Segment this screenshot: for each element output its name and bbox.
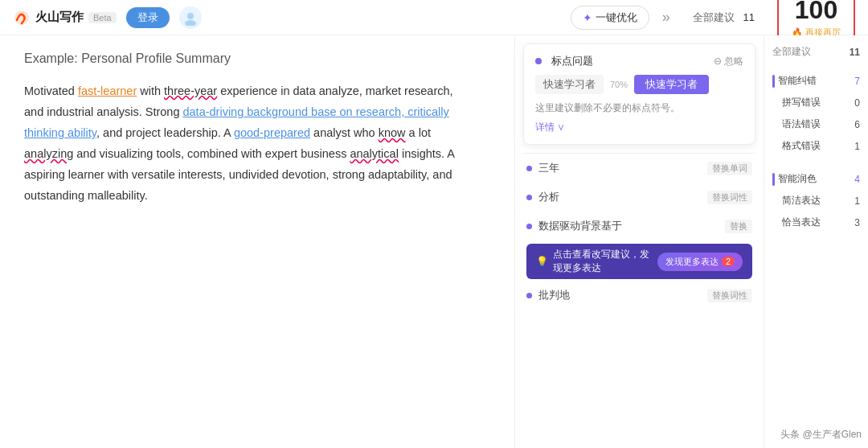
- suggestions-label: 全部建议 11: [693, 10, 755, 25]
- suggestions-count: 11: [743, 11, 755, 23]
- right-bar-polish: [772, 173, 775, 186]
- logo-text: 火山写作: [35, 10, 84, 25]
- format-count: 1: [854, 141, 860, 152]
- right-section-all-title: 全部建议 11: [772, 45, 860, 59]
- discover-button[interactable]: 发现更多表达 2: [657, 253, 743, 271]
- right-section-correction: 智能纠错 7 拼写错误 0 语法错误 6 格式错误 1: [772, 70, 860, 157]
- svg-point-2: [185, 20, 196, 26]
- s-label-4: 批判地: [538, 288, 707, 302]
- suggestion-row-3[interactable]: 数据驱动背景基于 替换: [515, 212, 764, 240]
- right-item-appropriate[interactable]: 恰当表达 3: [772, 212, 860, 233]
- highlighted-word-analyzing[interactable]: analyzing: [24, 147, 73, 160]
- correction-label: 智能纠错: [778, 74, 817, 88]
- more-button[interactable]: »: [659, 9, 674, 26]
- suggestion-row-2[interactable]: 分析 替换词性: [515, 183, 764, 212]
- ignore-icon: ⊖: [714, 55, 722, 67]
- suggestion-row-with-tooltip: 数据驱动背景基于 替换 💡 点击查看改写建议，发现更多表达 发现更多表达 2: [515, 212, 764, 279]
- word-score: 70%: [610, 80, 628, 89]
- card-dot: [535, 58, 542, 64]
- s-label-3: 数据驱动背景基于: [538, 219, 725, 233]
- card-header: 标点问题 ⊖ 忽略: [535, 54, 743, 68]
- appropriate-label: 恰当表达: [782, 216, 821, 229]
- score-number: 100: [792, 0, 841, 25]
- concise-label: 简洁表达: [782, 194, 821, 208]
- right-panel: 全部建议 11 智能纠错 7 拼写错误 0 语法错误 6 格式错误: [764, 35, 868, 448]
- logo-icon: [13, 9, 31, 27]
- editor-area: Example: Personal Profile Summary Motiva…: [0, 35, 514, 448]
- logo-area: 火山写作 Beta: [13, 9, 117, 27]
- right-section-all: 全部建议 11: [772, 45, 860, 59]
- right-item-format[interactable]: 格式错误 1: [772, 135, 860, 157]
- s-dot-1: [526, 166, 532, 171]
- discover-badge: 2: [722, 257, 735, 266]
- svg-point-1: [187, 13, 194, 19]
- right-item-concise[interactable]: 简洁表达 1: [772, 190, 860, 212]
- right-bar-correction: [772, 75, 775, 88]
- tooltip-icon: 💡: [536, 256, 548, 267]
- polish-label: 智能润色: [778, 172, 817, 186]
- s-label-2: 分析: [538, 190, 707, 204]
- header: 火山写作 Beta 登录 ✦ 一键优化 » 全部建议 11 100 🔥 再接再厉: [0, 0, 868, 35]
- card-title: 标点问题: [535, 54, 593, 68]
- highlighted-word-good-prepared[interactable]: good-prepared: [234, 126, 310, 139]
- suggestion-row-4[interactable]: 批判地 替换词性: [515, 281, 764, 310]
- card-detail-button[interactable]: 详情 ∨: [535, 121, 743, 134]
- s-tag-4[interactable]: 替换词性: [707, 289, 752, 302]
- doc-body[interactable]: Motivated fast-learner with three-year e…: [24, 80, 458, 207]
- right-section-polish: 智能润色 4 简洁表达 1 恰当表达 3: [772, 168, 860, 233]
- spelling-label: 拼写错误: [782, 96, 821, 109]
- right-item-grammar[interactable]: 语法错误 6: [772, 113, 860, 135]
- beta-badge: Beta: [88, 12, 117, 23]
- s-dot-3: [526, 224, 532, 229]
- card-description: 这里建议删除不必要的标点符号。: [535, 101, 743, 116]
- correction-count: 7: [854, 76, 860, 87]
- avatar: [179, 6, 202, 29]
- suggestion-card-main: 标点问题 ⊖ 忽略 快速学习者 70% 快速学习者 这里建议删除不必要的标点符号…: [523, 43, 755, 145]
- grammar-count: 6: [854, 119, 860, 130]
- format-label: 格式错误: [782, 139, 821, 153]
- spelling-count: 0: [854, 97, 860, 109]
- appropriate-count: 3: [854, 217, 860, 228]
- middle-panel: 标点问题 ⊖ 忽略 快速学习者 70% 快速学习者 这里建议删除不必要的标点符号…: [514, 35, 764, 448]
- s-dot-4: [526, 293, 532, 298]
- main-area: Example: Personal Profile Summary Motiva…: [0, 35, 868, 448]
- concise-count: 1: [854, 195, 860, 207]
- grammar-label: 语法错误: [782, 117, 821, 131]
- s-tag-3[interactable]: 替换: [725, 220, 752, 233]
- word-suggestion-button[interactable]: 快速学习者: [634, 75, 709, 94]
- optimize-icon: ✦: [583, 11, 592, 24]
- s-tag-2[interactable]: 替换词性: [707, 191, 752, 204]
- right-item-polish-header[interactable]: 智能润色 4: [772, 168, 860, 190]
- suggestion-row-1[interactable]: 三年 替换单词: [515, 154, 764, 183]
- login-button[interactable]: 登录: [126, 7, 170, 28]
- doc-title: Example: Personal Profile Summary: [24, 51, 490, 66]
- highlighted-word-analytical[interactable]: analytical: [350, 147, 398, 160]
- word-row: 快速学习者 70% 快速学习者: [535, 75, 743, 94]
- highlighted-word-three-year[interactable]: three-year: [164, 84, 217, 97]
- optimize-button[interactable]: ✦ 一键优化: [571, 6, 649, 30]
- s-tag-1[interactable]: 替换单词: [707, 162, 752, 175]
- polish-count: 4: [854, 174, 860, 185]
- word-original: 快速学习者: [535, 75, 604, 94]
- inline-tooltip: 💡 点击查看改写建议，发现更多表达 发现更多表达 2: [526, 244, 752, 279]
- card-ignore-button[interactable]: ⊖ 忽略: [714, 55, 743, 68]
- s-dot-2: [526, 195, 532, 200]
- tooltip-text: 点击查看改写建议，发现更多表达: [553, 248, 653, 275]
- s-label-1: 三年: [538, 161, 707, 175]
- watermark: 头条 @生产者Glen: [780, 428, 862, 442]
- highlighted-word-know[interactable]: know: [379, 126, 406, 139]
- highlighted-word-fast-learner[interactable]: fast-learner: [78, 84, 137, 97]
- right-item-correction-header[interactable]: 智能纠错 7: [772, 70, 860, 92]
- optimize-label: 一键优化: [596, 10, 637, 25]
- right-item-spelling[interactable]: 拼写错误 0: [772, 92, 860, 113]
